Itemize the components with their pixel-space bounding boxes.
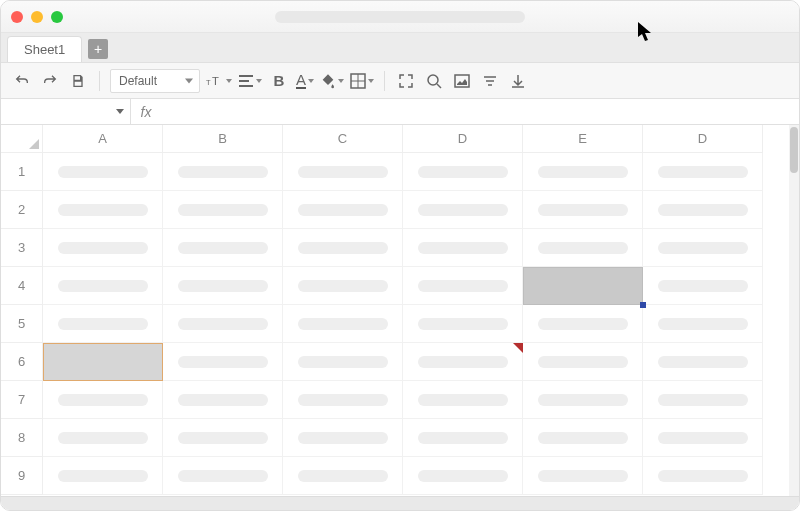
row-header[interactable]: 6 [1,343,43,381]
cell[interactable] [163,343,283,381]
cell[interactable] [283,191,403,229]
cell[interactable] [283,419,403,457]
cell[interactable] [523,153,643,191]
cell[interactable] [283,457,403,495]
cell[interactable] [403,305,523,343]
add-sheet-button[interactable]: + [88,39,108,59]
cell[interactable] [643,419,763,457]
fx-label: fx [131,104,161,120]
image-button[interactable] [451,70,473,92]
cell[interactable] [43,457,163,495]
cell[interactable] [403,343,523,381]
font-color-button[interactable]: A [296,73,314,89]
cell[interactable] [43,191,163,229]
search-button[interactable] [423,70,445,92]
cell[interactable] [283,305,403,343]
cell[interactable] [163,457,283,495]
cell[interactable] [163,419,283,457]
cell[interactable] [43,419,163,457]
column-header[interactable]: A [43,125,163,153]
column-header[interactable]: D [403,125,523,153]
selected-cell[interactable] [523,267,643,305]
cell[interactable] [403,419,523,457]
cell[interactable] [643,267,763,305]
cell[interactable] [283,343,403,381]
cell[interactable] [163,305,283,343]
cell[interactable] [163,153,283,191]
cell[interactable] [403,191,523,229]
cell[interactable] [403,457,523,495]
row-header[interactable]: 1 [1,153,43,191]
cell[interactable] [523,419,643,457]
cell[interactable] [643,229,763,267]
row-header[interactable]: 4 [1,267,43,305]
cell[interactable] [643,381,763,419]
font-size-button[interactable]: TT [206,73,232,89]
cell[interactable] [523,343,643,381]
cell[interactable] [283,229,403,267]
row-header[interactable]: 8 [1,419,43,457]
cell[interactable] [643,153,763,191]
cell[interactable] [163,191,283,229]
cell[interactable] [163,381,283,419]
cell[interactable] [523,305,643,343]
column-header[interactable]: E [523,125,643,153]
download-button[interactable] [507,70,529,92]
fill-color-button[interactable] [320,73,344,89]
cell[interactable] [403,381,523,419]
font-family-select[interactable]: Default [110,69,200,93]
outlined-cell[interactable] [43,343,163,381]
cell[interactable] [643,457,763,495]
filter-button[interactable] [479,70,501,92]
row-header[interactable]: 9 [1,457,43,495]
minimize-window-button[interactable] [31,11,43,23]
name-box[interactable] [1,99,131,124]
cell[interactable] [523,457,643,495]
comment-marker-icon[interactable] [513,343,523,353]
sheet-tab[interactable]: Sheet1 [7,36,82,62]
cell[interactable] [43,153,163,191]
redo-button[interactable] [39,70,61,92]
close-window-button[interactable] [11,11,23,23]
cell[interactable] [43,381,163,419]
cell[interactable] [43,305,163,343]
column-header[interactable]: C [283,125,403,153]
cell[interactable] [523,229,643,267]
column-header[interactable]: D [643,125,763,153]
cell[interactable] [403,267,523,305]
row-header[interactable]: 3 [1,229,43,267]
cell-placeholder [178,204,268,216]
undo-button[interactable] [11,70,33,92]
cell[interactable] [643,343,763,381]
cell[interactable] [43,229,163,267]
formula-input[interactable] [161,99,799,124]
vertical-scrollbar[interactable] [789,125,799,496]
cell[interactable] [43,267,163,305]
fullscreen-button[interactable] [395,70,417,92]
cell[interactable] [403,153,523,191]
maximize-window-button[interactable] [51,11,63,23]
cell-placeholder [658,280,748,292]
sheet-tab-label: Sheet1 [24,42,65,57]
cell[interactable] [523,191,643,229]
cell[interactable] [523,381,643,419]
save-button[interactable] [67,70,89,92]
cell[interactable] [163,229,283,267]
cell[interactable] [643,305,763,343]
cell[interactable] [283,381,403,419]
cell[interactable] [283,267,403,305]
row-header[interactable]: 5 [1,305,43,343]
row-header[interactable]: 2 [1,191,43,229]
cell[interactable] [403,229,523,267]
row-header[interactable]: 7 [1,381,43,419]
cell[interactable] [283,153,403,191]
borders-button[interactable] [350,73,374,89]
select-all-corner[interactable] [1,125,43,153]
column-header[interactable]: B [163,125,283,153]
align-button[interactable] [238,74,262,88]
scrollbar-thumb[interactable] [790,127,798,173]
cell[interactable] [163,267,283,305]
fill-handle[interactable] [640,302,646,308]
bold-button[interactable]: B [268,70,290,92]
cell[interactable] [643,191,763,229]
